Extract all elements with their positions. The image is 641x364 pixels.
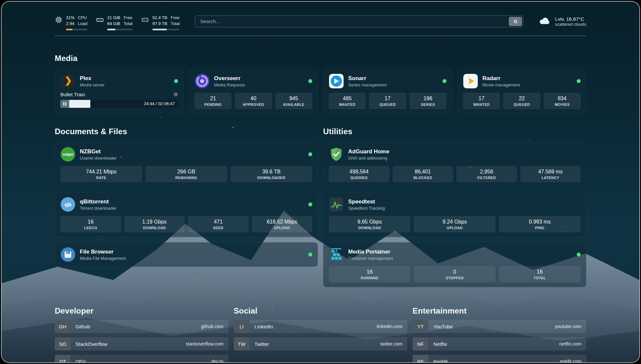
card-portainer[interactable]: Media Portainer Container management 16R… bbox=[323, 242, 586, 287]
cpu-monitor: 31% 2.94 CPU Load bbox=[55, 15, 87, 30]
bookmark-twitter[interactable]: TW Twitter twitter.com bbox=[234, 337, 408, 350]
weather-location: Lviv, 16.87°C bbox=[555, 16, 586, 22]
bookmark-name: Github bbox=[76, 324, 90, 329]
filebrowser-icon bbox=[60, 247, 76, 262]
stat-series: 196SERIES bbox=[410, 93, 446, 109]
cpu-load: 2.94 bbox=[66, 21, 75, 27]
search-input[interactable] bbox=[196, 18, 509, 24]
status-dot bbox=[308, 202, 312, 206]
bookmark-url: youtube.com bbox=[555, 324, 581, 329]
bookmark-dev[interactable]: DT DEV dev.to bbox=[55, 355, 229, 363]
section-developer: Developer GH Github github.com SO StackO… bbox=[55, 306, 229, 363]
stat-latency: 47.569 msLATENCY bbox=[520, 166, 581, 182]
bookmark-abbr: NF bbox=[412, 337, 428, 350]
app-name: Speedtest bbox=[348, 198, 385, 205]
card-radarr[interactable]: Radarr Movie management 17WANTED 22QUEUE… bbox=[457, 69, 586, 114]
stat-stopped: 0STOPPED bbox=[414, 266, 496, 283]
card-plex[interactable]: Plex Media server Bullet Train ⚙ bbox=[55, 69, 184, 114]
portainer-icon bbox=[329, 247, 344, 262]
overseerr-icon bbox=[195, 74, 210, 89]
memory-progress-bar bbox=[107, 29, 133, 30]
card-sonarr[interactable]: Sonarr Series management 485WANTED 17QUE… bbox=[323, 69, 452, 114]
bookmark-url: netflix.com bbox=[559, 341, 581, 347]
app-name: NZBGet bbox=[80, 148, 117, 155]
bookmark-url: twitter.com bbox=[380, 341, 402, 347]
stat-approved: 40APPROVED bbox=[235, 93, 272, 109]
status-dot bbox=[577, 253, 581, 257]
svg-text:nzbget: nzbget bbox=[63, 153, 74, 156]
bookmark-linkedin[interactable]: LI LinkedIn linkedin.com bbox=[234, 320, 408, 333]
disk-free: 52.4 TB bbox=[152, 15, 167, 21]
stat-queued: 22QUEUED bbox=[503, 93, 540, 109]
stat-wanted: 485WANTED bbox=[329, 93, 366, 109]
bookmark-github[interactable]: GH Github github.com bbox=[55, 320, 229, 333]
bookmark-abbr: GH bbox=[55, 320, 71, 333]
stat-filtered: 2,956FILTERED bbox=[456, 166, 517, 182]
card-filebrowser[interactable]: File Browser Media File Management bbox=[55, 242, 318, 267]
disk-icon bbox=[141, 16, 149, 24]
bookmark-abbr: TW bbox=[234, 337, 250, 350]
snow-specks bbox=[2, 2, 3, 3]
stat-downloaded: 39.6 TBDOWNLOADED bbox=[230, 166, 312, 182]
app-name: Sonarr bbox=[348, 75, 386, 82]
app-desc: Speedtest Tracking bbox=[348, 206, 385, 211]
memory-free: 21 GiB bbox=[107, 15, 120, 21]
bookmark-name: LinkedIn bbox=[255, 324, 273, 329]
playback-time: 24:44 / 02:06:47 bbox=[144, 100, 175, 108]
card-qbittorrent[interactable]: qb qBittorrent Torrent downloader 16LEEC… bbox=[55, 192, 318, 237]
playback-progress-bar[interactable]: 24:44 / 02:06:47 bbox=[69, 100, 178, 108]
stat-rate: 744.21 MbpsRATE bbox=[60, 166, 142, 182]
status-dot bbox=[443, 79, 446, 83]
card-speedtest[interactable]: Speedtest Speedtest Tracking 9.65 GbpsDO… bbox=[323, 192, 586, 237]
weather-widget: Lviv, 16.87°C scattered clouds bbox=[538, 16, 586, 27]
stat-movies: 834MOVIES bbox=[544, 93, 581, 109]
stat-leech: 16LEECH bbox=[60, 216, 121, 232]
section-title-social: Social bbox=[234, 306, 408, 316]
search-bar: G bbox=[195, 15, 523, 27]
stat-available: 945AVAILABLE bbox=[275, 93, 312, 109]
card-overseerr[interactable]: Overseerr Media Requests 21PENDING 40APP… bbox=[189, 69, 318, 114]
search-provider-button[interactable]: G bbox=[509, 17, 522, 26]
stat-upload: 618.52 MbpsUPLOAD bbox=[252, 216, 313, 232]
app-desc: DNS and adblocking bbox=[348, 156, 389, 161]
bookmark-abbr: LI bbox=[234, 320, 250, 333]
pause-button[interactable] bbox=[60, 100, 69, 108]
stat-download: 9.65 GbpsDOWNLOAD bbox=[329, 216, 411, 232]
bookmark-url: linkedin.com bbox=[377, 324, 403, 329]
stat-ping: 0.993 msPING bbox=[499, 216, 581, 232]
section-title-media: Media bbox=[55, 54, 586, 63]
card-adguard[interactable]: AdGuard Home DNS and adblocking 498,564Q… bbox=[323, 142, 586, 187]
bookmark-reddit[interactable]: RE Reddit reddit.com bbox=[412, 355, 586, 363]
bookmark-url: dev.to bbox=[211, 359, 224, 363]
stat-total: 16TOTAL bbox=[499, 266, 581, 283]
app-desc: Movie management bbox=[482, 82, 520, 87]
status-dot bbox=[308, 152, 312, 156]
settings-gear-icon[interactable]: ⚙ bbox=[173, 92, 178, 97]
bookmark-name: StackOverflow bbox=[76, 341, 107, 347]
section-documents: Documents & Files nzbget NZBGet Usenet d… bbox=[55, 127, 318, 267]
plex-icon bbox=[60, 74, 76, 89]
stat-upload: 9.24 GbpsUPLOAD bbox=[414, 216, 496, 232]
bookmark-abbr: YT bbox=[412, 320, 428, 333]
section-title-developer: Developer bbox=[55, 306, 229, 316]
weather-condition: scattered clouds bbox=[555, 22, 586, 27]
bookmark-youtube[interactable]: YT YouTube youtube.com bbox=[412, 320, 586, 333]
disk-monitor: 52.4 TB 97.9 TB Free Total bbox=[141, 15, 180, 30]
app-name: AdGuard Home bbox=[348, 148, 389, 155]
bookmark-name: Twitter bbox=[255, 341, 269, 347]
svg-text:qb: qb bbox=[65, 201, 72, 208]
bookmark-abbr: SO bbox=[55, 337, 71, 350]
status-dot bbox=[308, 253, 312, 257]
topbar: 31% 2.94 CPU Load 21 GiB 64 GiB bbox=[55, 15, 586, 30]
cpu-label: CPU bbox=[78, 15, 87, 21]
bookmark-netflix[interactable]: NF Netflix netflix.com bbox=[412, 337, 586, 350]
app-desc: Torrent downloader bbox=[80, 206, 116, 211]
bookmark-stackoverflow[interactable]: SO StackOverflow stackoverflow.com bbox=[55, 337, 229, 350]
bookmark-name: Reddit bbox=[433, 359, 447, 363]
topbar-divider bbox=[55, 36, 586, 36]
status-dot bbox=[174, 79, 178, 83]
memory-label: Free bbox=[124, 15, 133, 21]
sonarr-icon bbox=[329, 74, 344, 89]
memory-icon bbox=[96, 16, 104, 24]
card-nzbget[interactable]: nzbget NZBGet Usenet downloader 744.21 M… bbox=[55, 142, 318, 187]
